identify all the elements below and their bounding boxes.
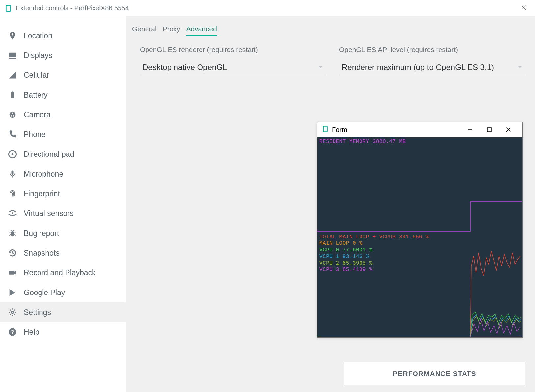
tab-advanced[interactable]: Advanced xyxy=(186,25,217,36)
snapshots-icon xyxy=(7,247,18,259)
sidebar-item-googleplay[interactable]: Google Play xyxy=(0,283,126,302)
svg-point-11 xyxy=(12,311,14,314)
sidebar-item-cellular[interactable]: Cellular xyxy=(0,65,126,85)
api-value: Renderer maximum (up to OpenGL ES 3.1) xyxy=(342,63,494,72)
sidebar-item-label: Phone xyxy=(24,130,46,139)
sidebar-item-label: Bug report xyxy=(24,229,59,238)
fingerprint-icon xyxy=(7,188,18,200)
sidebar-item-label: Google Play xyxy=(24,288,65,297)
chevron-down-icon xyxy=(517,64,522,70)
memory-chart xyxy=(317,137,522,233)
sidebar-item-battery[interactable]: Battery xyxy=(0,85,126,105)
close-button[interactable] xyxy=(499,123,518,136)
sidebar-item-label: Location xyxy=(24,31,52,40)
app-icon xyxy=(5,5,12,12)
maximize-button[interactable] xyxy=(480,123,499,136)
svg-rect-2 xyxy=(9,58,16,59)
sidebar-item-settings[interactable]: Settings xyxy=(0,302,126,322)
svg-point-9 xyxy=(11,231,14,236)
gear-icon xyxy=(7,306,18,318)
svg-rect-7 xyxy=(12,171,14,175)
sidebar-item-label: Cellular xyxy=(24,71,49,80)
sidebar-item-label: Record and Playback xyxy=(24,268,96,277)
sidebar-item-help[interactable]: ? Help xyxy=(0,322,126,342)
dpad-icon xyxy=(7,148,18,160)
tab-proxy[interactable]: Proxy xyxy=(163,25,180,36)
cellular-icon xyxy=(7,69,18,81)
renderer-value: Desktop native OpenGL xyxy=(143,63,227,72)
sidebar: Location Displays Cellular Battery Camer… xyxy=(0,16,126,392)
titlebar[interactable]: Extended controls - PerfPixelX86:5554 xyxy=(0,0,535,16)
sidebar-item-record[interactable]: Record and Playback xyxy=(0,263,126,283)
close-button[interactable] xyxy=(517,2,530,14)
content-pane: General Proxy Advanced OpenGL ES rendere… xyxy=(126,16,535,392)
sidebar-item-snapshots[interactable]: Snapshots xyxy=(0,243,126,263)
microphone-icon xyxy=(7,168,18,180)
svg-rect-10 xyxy=(9,271,14,275)
svg-point-6 xyxy=(12,153,14,155)
sidebar-item-label: Help xyxy=(24,328,39,337)
sidebar-item-phone[interactable]: Phone xyxy=(0,125,126,144)
svg-point-8 xyxy=(12,212,13,214)
sidebar-item-label: Microphone xyxy=(24,170,63,179)
sidebar-item-fingerprint[interactable]: Fingerprint xyxy=(0,184,126,204)
app-icon xyxy=(322,126,329,134)
sidebar-item-microphone[interactable]: Microphone xyxy=(0,164,126,184)
perf-button-label: PERFORMANCE STATS xyxy=(393,370,476,378)
battery-icon xyxy=(7,89,18,101)
svg-rect-1 xyxy=(9,53,16,57)
api-dropdown[interactable]: Renderer maximum (up to OpenGL ES 3.1) xyxy=(339,60,525,75)
form-title: Form xyxy=(332,126,347,134)
cpu-chart xyxy=(317,233,522,337)
location-icon xyxy=(7,30,18,42)
record-icon xyxy=(7,267,18,279)
sidebar-item-label: Snapshots xyxy=(24,249,60,258)
camera-icon xyxy=(7,109,18,121)
api-label: OpenGL ES API level (requires restart) xyxy=(339,46,525,54)
tabs: General Proxy Advanced xyxy=(130,25,525,36)
svg-rect-4 xyxy=(12,92,13,92)
minimize-button[interactable] xyxy=(461,123,480,136)
sidebar-item-label: Fingerprint xyxy=(24,189,60,198)
sidebar-item-label: Displays xyxy=(24,51,52,60)
sidebar-item-displays[interactable]: Displays xyxy=(0,45,126,65)
sidebar-item-dpad[interactable]: Directional pad xyxy=(0,144,126,164)
sidebar-item-sensors[interactable]: Virtual sensors xyxy=(0,204,126,223)
sidebar-item-label: Battery xyxy=(24,91,48,99)
performance-graph: RESIDENT MEMORY 3880.47 MB TOTAL MAIN LO… xyxy=(317,137,522,337)
play-icon xyxy=(7,287,18,298)
sidebar-item-camera[interactable]: Camera xyxy=(0,105,126,125)
renderer-label: OpenGL ES renderer (requires restart) xyxy=(140,46,326,54)
svg-rect-14 xyxy=(323,126,327,132)
phone-icon xyxy=(7,128,18,140)
chevron-down-icon xyxy=(318,64,323,70)
svg-rect-3 xyxy=(11,92,14,98)
sidebar-item-label: Virtual sensors xyxy=(24,209,74,218)
sensors-icon xyxy=(7,208,18,219)
displays-icon xyxy=(7,49,18,61)
svg-text:?: ? xyxy=(11,329,14,335)
sidebar-item-bugreport[interactable]: Bug report xyxy=(0,223,126,243)
form-window[interactable]: Form RESIDENT MEMORY 3880.47 MB TOTAL MA… xyxy=(317,122,523,338)
performance-stats-button[interactable]: PERFORMANCE STATS xyxy=(344,362,525,385)
help-icon: ? xyxy=(7,326,18,338)
renderer-dropdown[interactable]: Desktop native OpenGL xyxy=(140,60,326,75)
svg-rect-15 xyxy=(487,128,491,132)
sidebar-item-location[interactable]: Location xyxy=(0,26,126,45)
tab-general[interactable]: General xyxy=(132,25,157,36)
sidebar-item-label: Settings xyxy=(24,308,51,317)
sidebar-item-label: Camera xyxy=(24,110,51,119)
bug-icon xyxy=(7,227,18,239)
form-titlebar[interactable]: Form xyxy=(317,122,522,137)
window-title: Extended controls - PerfPixelX86:5554 xyxy=(16,4,129,12)
svg-rect-0 xyxy=(6,5,11,11)
sidebar-item-label: Directional pad xyxy=(24,150,74,159)
